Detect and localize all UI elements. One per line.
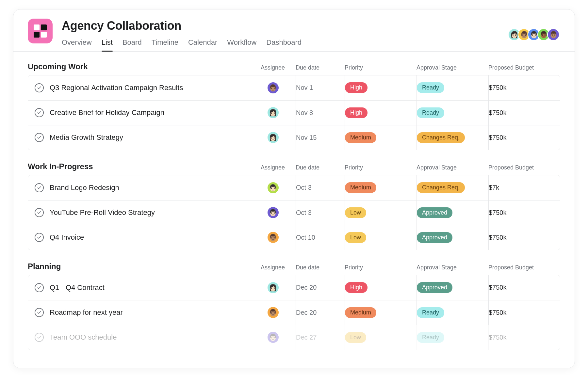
tabs: OverviewListBoardTimelineCalendarWorkflo… — [62, 38, 560, 51]
budget-cell[interactable]: $750k — [489, 275, 554, 300]
budget-cell[interactable]: $750k — [489, 200, 554, 225]
assignee-avatar[interactable]: 👨🏻 — [267, 182, 279, 194]
tab-workflow[interactable]: Workflow — [227, 38, 256, 51]
project-header: Agency Collaboration OverviewListBoardTi… — [13, 9, 575, 51]
assignee-cell[interactable]: 👨🏽 — [250, 225, 296, 250]
priority-cell[interactable]: Low — [345, 225, 417, 250]
complete-check-icon[interactable] — [35, 133, 44, 142]
priority-cell[interactable]: Low — [345, 325, 417, 350]
budget-cell[interactable]: $750k — [489, 325, 554, 350]
budget-cell[interactable]: $750k — [489, 300, 554, 325]
assignee-avatar[interactable]: 👨🏽 — [267, 306, 279, 319]
tab-overview[interactable]: Overview — [62, 38, 92, 51]
assignee-avatar[interactable]: 👨🏽 — [267, 82, 279, 94]
table-row[interactable]: Team OOO schedule👨🏻Dec 27LowReady$750k — [28, 325, 560, 350]
due-date-cell[interactable]: Dec 20 — [296, 300, 345, 325]
due-date-cell[interactable]: Nov 8 — [296, 101, 345, 125]
complete-check-icon[interactable] — [35, 183, 44, 192]
approval-stage-cell[interactable]: Approved — [417, 225, 489, 250]
tab-list[interactable]: List — [102, 38, 113, 51]
due-date-cell[interactable]: Oct 10 — [296, 225, 345, 250]
column-header-proposed_budget: Proposed Budget — [488, 164, 554, 171]
table-row[interactable]: Roadmap for next year👨🏽Dec 20MediumReady… — [28, 300, 560, 325]
complete-check-icon[interactable] — [35, 108, 44, 117]
assignee-cell[interactable]: 👩🏻 — [250, 275, 296, 300]
due-date-cell[interactable]: Oct 3 — [296, 200, 345, 225]
priority-cell[interactable]: Medium — [345, 300, 417, 325]
approval-stage-cell[interactable]: Changes Req. — [417, 175, 489, 200]
task-cell[interactable]: Team OOO schedule — [28, 325, 250, 350]
priority-cell[interactable]: High — [345, 75, 417, 100]
due-date-cell[interactable]: Oct 3 — [296, 175, 345, 200]
complete-check-icon[interactable] — [35, 233, 44, 242]
assignee-avatar[interactable]: 👨🏻 — [267, 331, 279, 344]
due-date-cell[interactable]: Dec 27 — [296, 325, 345, 350]
assignee-cell[interactable]: 👨🏽 — [250, 300, 296, 325]
project-member-avatars[interactable]: 👩🏻👨🏽👨🏻👨🏾👨🏽 — [511, 28, 560, 41]
section: Work In-ProgressAssigneeDue datePriority… — [28, 162, 560, 250]
tab-calendar[interactable]: Calendar — [188, 38, 217, 51]
budget-cell[interactable]: $750k — [489, 225, 554, 250]
approval-stage-cell[interactable]: Ready — [417, 101, 489, 125]
tab-timeline[interactable]: Timeline — [152, 38, 178, 51]
task-cell[interactable]: Q3 Regional Activation Campaign Results — [28, 75, 250, 100]
approval-stage-pill: Changes Req. — [417, 132, 465, 143]
approval-stage-cell[interactable]: Ready — [417, 325, 489, 350]
priority-cell[interactable]: Low — [345, 200, 417, 225]
task-cell[interactable]: Roadmap for next year — [28, 300, 250, 325]
member-avatar[interactable]: 👨🏽 — [547, 28, 560, 41]
task-cell[interactable]: Q1 - Q4 Contract — [28, 275, 250, 300]
table-row[interactable]: Q1 - Q4 Contract👩🏻Dec 20HighApproved$750… — [28, 275, 560, 300]
due-date-cell[interactable]: Nov 1 — [296, 75, 345, 100]
complete-check-icon[interactable] — [35, 83, 44, 92]
budget-cell[interactable]: $750k — [489, 101, 554, 125]
task-cell[interactable]: Creative Brief for Holiday Campaign — [28, 101, 250, 125]
task-name: Q4 Invoice — [50, 233, 84, 242]
complete-check-icon[interactable] — [35, 208, 44, 217]
assignee-avatar[interactable]: 👨🏻 — [267, 206, 279, 219]
assignee-cell[interactable]: 👨🏽 — [250, 75, 296, 100]
tab-dashboard[interactable]: Dashboard — [266, 38, 302, 51]
assignee-avatar[interactable]: 👩🏻 — [267, 131, 279, 144]
task-name: Q1 - Q4 Contract — [50, 283, 105, 292]
table-row[interactable]: Media Growth Strategy👩🏻Nov 15MediumChang… — [28, 125, 560, 150]
task-cell[interactable]: YouTube Pre-Roll Video Strategy — [28, 200, 250, 225]
task-cell[interactable]: Media Growth Strategy — [28, 125, 250, 150]
approval-stage-cell[interactable]: Ready — [417, 300, 489, 325]
task-name: Q3 Regional Activation Campaign Results — [50, 84, 183, 92]
table-row[interactable]: Q3 Regional Activation Campaign Results👨… — [28, 75, 560, 100]
assignee-cell[interactable]: 👩🏻 — [250, 101, 296, 125]
priority-pill: Medium — [345, 132, 376, 143]
task-cell[interactable]: Brand Logo Redesign — [28, 175, 250, 200]
approval-stage-cell[interactable]: Changes Req. — [417, 125, 489, 150]
table-row[interactable]: Brand Logo Redesign👨🏻Oct 3MediumChanges … — [28, 175, 560, 200]
approval-stage-cell[interactable]: Approved — [417, 275, 489, 300]
assignee-avatar[interactable]: 👩🏻 — [267, 106, 279, 119]
approval-stage-cell[interactable]: Ready — [417, 75, 489, 100]
assignee-cell[interactable]: 👨🏻 — [250, 325, 296, 350]
table-row[interactable]: YouTube Pre-Roll Video Strategy👨🏻Oct 3Lo… — [28, 200, 560, 225]
budget-cell[interactable]: $750k — [489, 125, 554, 150]
approval-stage-cell[interactable]: Approved — [417, 200, 489, 225]
priority-cell[interactable]: High — [345, 275, 417, 300]
complete-check-icon[interactable] — [35, 283, 44, 292]
due-date-cell[interactable]: Dec 20 — [296, 275, 345, 300]
assignee-cell[interactable]: 👨🏻 — [250, 175, 296, 200]
priority-cell[interactable]: High — [345, 101, 417, 125]
budget-cell[interactable]: $7k — [489, 175, 554, 200]
task-cell[interactable]: Q4 Invoice — [28, 225, 250, 250]
table-row[interactable]: Q4 Invoice👨🏽Oct 10LowApproved$750k — [28, 225, 560, 250]
assignee-cell[interactable]: 👩🏻 — [250, 125, 296, 150]
complete-check-icon[interactable] — [35, 308, 44, 317]
assignee-avatar[interactable]: 👩🏻 — [267, 281, 279, 294]
tab-board[interactable]: Board — [122, 38, 142, 51]
priority-cell[interactable]: Medium — [345, 125, 417, 150]
table-row[interactable]: Creative Brief for Holiday Campaign👩🏻Nov… — [28, 100, 560, 125]
complete-check-icon[interactable] — [35, 333, 44, 342]
budget-cell[interactable]: $750k — [489, 75, 554, 100]
due-date-cell[interactable]: Nov 15 — [296, 125, 345, 150]
assignee-avatar[interactable]: 👨🏽 — [267, 231, 279, 244]
project-card: Agency Collaboration OverviewListBoardTi… — [13, 9, 575, 368]
assignee-cell[interactable]: 👨🏻 — [250, 200, 296, 225]
priority-cell[interactable]: Medium — [345, 175, 417, 200]
